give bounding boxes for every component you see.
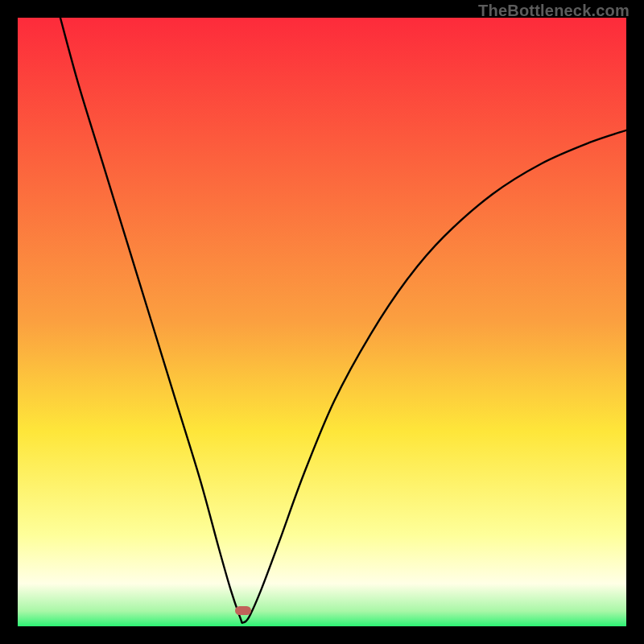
plot-area <box>18 18 626 626</box>
watermark: TheBottleneck.com <box>478 2 630 20</box>
chart-frame: TheBottleneck.com <box>0 0 644 644</box>
svg-rect-0 <box>18 18 626 626</box>
optimal-marker <box>235 606 251 615</box>
gradient-background <box>18 18 626 626</box>
